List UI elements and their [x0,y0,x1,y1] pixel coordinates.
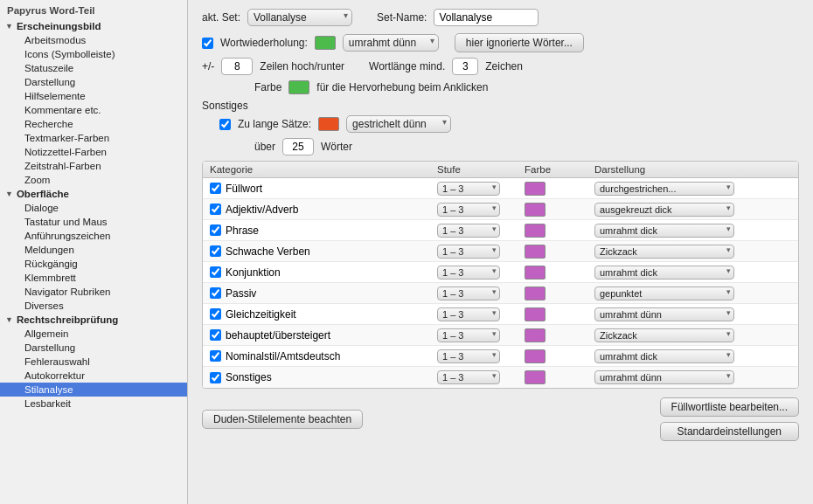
cell-stufe-4[interactable]: 1 – 3 [437,266,525,280]
stufe-select-wrapper-7[interactable]: 1 – 3 [437,328,500,342]
ww-select-wrapper[interactable]: umrahmt dünn [343,34,439,52]
darst-select-2[interactable]: umrahmt dick [594,224,734,238]
sidebar-item-autokorrektur[interactable]: Autokorrektur [0,369,187,383]
ignorierte-woerter-button[interactable]: hier ignorierte Wörter... [455,33,584,52]
stufe-select-0[interactable]: 1 – 3 [437,182,500,196]
row-checkbox-5[interactable] [210,287,221,299]
sidebar-item-kommentare[interactable]: Kommentare etc. [0,103,187,117]
row-checkbox-7[interactable] [210,329,221,341]
sonstiges-color-swatch[interactable] [318,117,339,131]
saetze-select-wrapper[interactable]: gestrichelt dünn [346,115,451,133]
sidebar-item-allgemein[interactable]: Allgemein [0,327,187,341]
duden-button[interactable]: Duden-Stilelemente beachten [202,410,363,429]
row-color-swatch-2[interactable] [525,224,545,238]
sidebar-item-anfuehrungszeichen[interactable]: Anführungszeichen [0,229,187,243]
sidebar-item-zeitstrahl[interactable]: Zeitstrahl-Farben [0,159,187,173]
sidebar-item-darstellung2[interactable]: Darstellung [0,341,187,355]
stufe-select-5[interactable]: 1 – 3 [437,287,500,300]
fuellwortliste-button[interactable]: Füllwortliste bearbeiten... [660,397,799,417]
standardeinstellungen-button[interactable]: Standardeinstellungen [660,422,799,441]
cell-darstellung-4[interactable]: umrahmt dick [594,266,791,280]
stufe-select-1[interactable]: 1 – 3 [437,203,500,217]
darst-select-wrapper-0[interactable]: durchgestrichen... [594,182,734,196]
cell-farbe-3[interactable] [525,245,594,259]
sidebar-group-rechtschreibpruefung[interactable]: ▼Rechtschreibprüfung [0,313,187,327]
darst-select-wrapper-3[interactable]: Zickzack [594,245,734,259]
row-color-swatch-4[interactable] [525,266,545,280]
row-color-swatch-1[interactable] [525,203,545,217]
darst-select-wrapper-5[interactable]: gepunktet [594,287,734,300]
darst-select-8[interactable]: umrahmt dick [594,349,734,363]
cell-farbe-1[interactable] [525,203,594,217]
row-checkbox-6[interactable] [210,308,221,320]
akt-set-select-wrapper[interactable]: Vollanalyse [247,9,352,26]
row-color-swatch-8[interactable] [525,349,545,363]
cell-stufe-0[interactable]: 1 – 3 [437,182,525,196]
cell-farbe-0[interactable] [525,182,594,196]
cell-stufe-7[interactable]: 1 – 3 [437,328,525,342]
stufe-select-wrapper-1[interactable]: 1 – 3 [437,203,500,217]
stufe-select-2[interactable]: 1 – 3 [437,224,500,238]
darst-select-5[interactable]: gepunktet [594,287,734,300]
stufe-select-6[interactable]: 1 – 3 [437,307,500,321]
row-checkbox-2[interactable] [210,224,221,236]
sidebar-item-recherche[interactable]: Recherche [0,117,187,131]
saetze-darstellung-select[interactable]: gestrichelt dünn [346,115,451,133]
darst-select-wrapper-4[interactable]: umrahmt dick [594,266,734,280]
stufe-select-8[interactable]: 1 – 3 [437,349,500,363]
row-color-swatch-9[interactable] [525,370,545,384]
stufe-select-wrapper-4[interactable]: 1 – 3 [437,266,500,280]
sidebar-item-klemmbrett[interactable]: Klemmbrett [0,271,187,285]
cell-darstellung-3[interactable]: Zickzack [594,245,791,259]
stufe-select-4[interactable]: 1 – 3 [437,266,500,280]
row-checkbox-1[interactable] [210,204,221,215]
sidebar-group-erscheinungsbild[interactable]: ▼Erscheinungsbild [0,19,187,33]
row-checkbox-0[interactable] [210,183,221,194]
sidebar-item-zoom[interactable]: Zoom [0,173,187,187]
sidebar-item-stilanalyse[interactable]: Stilanalyse [0,383,187,397]
row-color-swatch-7[interactable] [525,328,545,342]
cell-farbe-9[interactable] [525,370,594,384]
cell-stufe-5[interactable]: 1 – 3 [437,287,525,300]
farbe-color-swatch[interactable] [288,80,309,94]
cell-farbe-7[interactable] [525,328,594,342]
row-color-swatch-3[interactable] [525,245,545,259]
wortwiederholung-color-swatch[interactable] [315,36,336,50]
cell-farbe-8[interactable] [525,349,594,363]
cell-darstellung-9[interactable]: umrahmt dünn [594,370,791,384]
darst-select-wrapper-9[interactable]: umrahmt dünn [594,370,734,384]
sidebar-item-notizzettel[interactable]: Notizzettel-Farben [0,145,187,159]
sidebar-item-navigator[interactable]: Navigator Rubriken [0,285,187,299]
row-checkbox-9[interactable] [210,372,221,383]
sidebar-item-tastatur[interactable]: Tastatur und Maus [0,215,187,229]
sidebar-item-diverses[interactable]: Diverses [0,299,187,313]
stufe-select-wrapper-0[interactable]: 1 – 3 [437,182,500,196]
sidebar-group-oberflaeche[interactable]: ▼Oberfläche [0,187,187,201]
cell-farbe-2[interactable] [525,224,594,238]
cell-darstellung-6[interactable]: umrahmt dünn [594,307,791,321]
cell-farbe-6[interactable] [525,307,594,321]
darst-select-0[interactable]: durchgestrichen... [594,182,734,196]
row-checkbox-3[interactable] [210,245,221,257]
darst-select-3[interactable]: Zickzack [594,245,734,259]
sidebar-item-meldungen[interactable]: Meldungen [0,243,187,257]
stufe-select-3[interactable]: 1 – 3 [437,245,500,259]
cell-farbe-4[interactable] [525,266,594,280]
darst-select-9[interactable]: umrahmt dünn [594,370,734,384]
stufe-select-7[interactable]: 1 – 3 [437,328,500,342]
cell-stufe-3[interactable]: 1 – 3 [437,245,525,259]
cell-stufe-1[interactable]: 1 – 3 [437,203,525,217]
wortwiederholung-checkbox[interactable] [202,38,213,49]
row-color-swatch-0[interactable] [525,182,545,196]
wortlaenge-input[interactable] [452,58,478,75]
stufe-select-wrapper-8[interactable]: 1 – 3 [437,349,500,363]
cell-stufe-9[interactable]: 1 – 3 [437,370,525,384]
cell-stufe-8[interactable]: 1 – 3 [437,349,525,363]
sidebar-item-hilfselemente[interactable]: Hilfselemente [0,89,187,103]
sidebar-item-darstellung1[interactable]: Darstellung [0,75,187,89]
cell-stufe-6[interactable]: 1 – 3 [437,307,525,321]
cell-darstellung-7[interactable]: Zickzack [594,328,791,342]
stufe-select-wrapper-3[interactable]: 1 – 3 [437,245,500,259]
darst-select-wrapper-8[interactable]: umrahmt dick [594,349,734,363]
sidebar-item-statuszeile[interactable]: Statuszeile [0,61,187,75]
